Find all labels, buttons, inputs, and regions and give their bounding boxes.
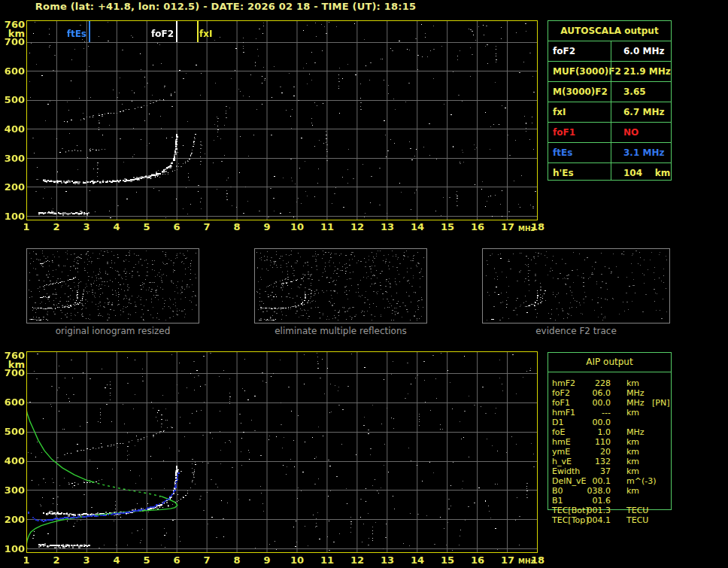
x-tick-label: 8	[229, 223, 245, 232]
x-tick-label: 17	[499, 556, 516, 565]
x-tick-label: 14	[409, 223, 426, 232]
autoscala-column-divider	[611, 41, 611, 180]
aip-row-TEC[Bot]: TEC[Bot]001.3TECU	[548, 506, 679, 515]
y-tick-label: 400	[1, 457, 25, 466]
x-tick-label: 3	[78, 556, 95, 565]
autoscala-row-label: fxI	[553, 107, 566, 117]
autoscala-row-label: h'Es	[553, 168, 574, 178]
aip-val: 00.0	[563, 418, 611, 427]
x-tick-label: 6	[168, 223, 185, 232]
aip-name: B1	[552, 497, 563, 506]
aip-row-TEC[Top]: TEC[Top]004.1TECU	[548, 516, 679, 525]
aip-row-B1: B101.6	[548, 497, 679, 506]
y-tick-label: 100	[1, 545, 25, 554]
x-tick-label: 13	[379, 556, 396, 565]
thumbnail-original-ionogram	[26, 248, 199, 323]
aip-unit: km	[626, 448, 639, 457]
y-tick-label: 600	[1, 67, 25, 76]
aip-row-hmE: hmE110km	[548, 438, 679, 447]
x-tick-label: 4	[108, 556, 125, 565]
autoscala-row-label: foF2	[553, 46, 575, 56]
aip-val: 37	[563, 467, 611, 476]
x-tick-label: 10	[289, 556, 305, 565]
autoscala-row-foF2: foF26.0 MHz	[548, 41, 671, 61]
aip-val: 004.1	[563, 516, 611, 525]
autoscala-row-label: M(3000)F2	[553, 87, 608, 97]
aip-unit: km	[626, 467, 639, 476]
aip-unit: TECU	[626, 506, 648, 515]
aip-val: 228	[563, 379, 611, 388]
aip-unit: m^(-3)	[626, 477, 656, 486]
x-tick-label: 8	[229, 556, 245, 565]
aip-row-foF1: foF100.0MHz[PN]	[548, 399, 679, 408]
aip-unit: TECU	[626, 516, 648, 525]
x-tick-label: 9	[259, 223, 275, 232]
x-tick-label: 5	[138, 223, 155, 232]
x-tick-label: 15	[439, 556, 456, 565]
aip-row-h_vE: h_vE132km	[548, 457, 679, 466]
aip-row-D1: D100.0	[548, 418, 679, 427]
x-tick-label: 15	[439, 223, 456, 232]
x-tick-label: 17	[499, 223, 516, 232]
aip-unit: MHz	[626, 389, 645, 398]
thumbnail-label-original: original ionogram resized	[26, 326, 199, 336]
marker-label-ftEs: ftEs	[53, 29, 86, 39]
y-tick-label: 760	[1, 20, 25, 29]
x-tick-label: 12	[349, 556, 366, 565]
thumbnail-evidence-f2-trace	[482, 248, 670, 323]
aip-val: 001.3	[563, 506, 611, 515]
x-tick-label: 12	[349, 223, 366, 232]
autoscala-row-label: ftEs	[553, 147, 572, 158]
autoscala-row-value: 3.1 MHz	[623, 147, 664, 158]
aip-val: 132	[563, 457, 611, 466]
aip-val: 01.6	[563, 497, 611, 506]
x-tick-label: 2	[48, 556, 65, 565]
x-tick-label: 16	[469, 556, 486, 565]
aip-val: 20	[563, 448, 611, 457]
autoscala-row-value: 21.9 MHz	[623, 66, 671, 77]
aip-unit: km	[626, 487, 639, 496]
autoscala-row-h'Es: h'Es104 km	[548, 163, 671, 183]
aip-table-rows: hmF2228kmfoF206.0MHzfoF100.0MHz[PN]hmF1-…	[548, 379, 679, 530]
x-tick-label: 1	[18, 556, 35, 565]
x-tick-label: 18	[529, 223, 546, 232]
autoscala-row-label: foF1	[553, 127, 575, 138]
x-tick-label: 13	[379, 223, 396, 232]
autoscala-screen: Rome (lat: +41.8, lon: 012.5) - DATE: 20…	[0, 0, 728, 568]
y-tick-label: 500	[1, 427, 25, 436]
x-tick-label: 14	[409, 556, 426, 565]
y-tick-label: 760	[1, 351, 25, 360]
x-tick-label: 10	[289, 223, 305, 232]
autoscala-row-value: 3.65	[623, 87, 646, 97]
ionogram-plot-top	[26, 20, 538, 220]
y-tick-label: 200	[1, 183, 25, 192]
autoscala-row-M(3000)F2: M(3000)F23.65	[548, 81, 671, 102]
aip-extra: [PN]	[652, 399, 669, 408]
y-tick-label: 700	[1, 369, 25, 378]
x-tick-label: 3	[78, 223, 95, 232]
x-tick-label: 18	[529, 556, 546, 565]
x-tick-label: 11	[319, 223, 335, 232]
aip-val: 06.0	[563, 389, 611, 398]
x-tick-label: 1	[18, 223, 35, 232]
y-tick-label: 500	[1, 96, 25, 105]
aip-row-DelN_vE: DelN_vE00.1m^(-3)	[548, 477, 679, 486]
x-tick-label: 16	[469, 223, 486, 232]
aip-val: 038.0	[563, 487, 611, 496]
aip-unit: km	[626, 409, 639, 418]
y-tick-label: 600	[1, 398, 25, 407]
autoscala-row-ftEs: ftEs3.1 MHz	[548, 142, 671, 163]
aip-unit: MHz	[626, 428, 645, 437]
autoscala-row-value: NO	[623, 127, 639, 138]
autoscala-table-rows: foF26.0 MHzMUF(3000)F221.9 MHzM(3000)F23…	[548, 41, 671, 183]
thumbnail-label-eliminate: eliminate multiple reflections	[254, 326, 427, 336]
autoscala-row-foF1: foF1NO	[548, 122, 671, 142]
y-tick-label: 200	[1, 515, 25, 524]
x-tick-label: 5	[138, 556, 155, 565]
page-title: Rome (lat: +41.8, lon: 012.5) - DATE: 20…	[0, 1, 451, 12]
aip-row-foE: foE1.0MHz	[548, 428, 679, 437]
x-tick-label: 7	[199, 556, 215, 565]
aip-unit: km	[626, 379, 639, 388]
aip-row-hmF1: hmF1---km	[548, 409, 679, 418]
y-tick-label: 700	[1, 38, 25, 47]
